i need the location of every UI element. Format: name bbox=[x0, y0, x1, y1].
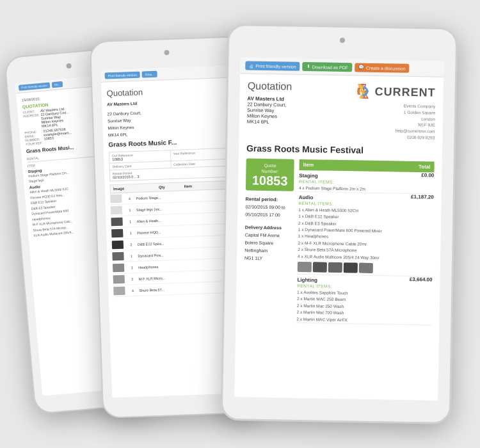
tablet-mid-item-2: Stage legs (inc... bbox=[136, 204, 234, 211]
rental-info: Rental period: 02/10/2015 09:00 to 05/10… bbox=[245, 195, 294, 220]
content-grid: Quote Number: 10853 Rental period: 02/10… bbox=[243, 158, 434, 326]
tablet-mid-items: 4 Podium Stage... 1 Stage legs (inc... 1… bbox=[110, 189, 237, 298]
tablet-mid-item-5: D&B E12 Spea... bbox=[138, 239, 235, 246]
delivery-city: Nottingham bbox=[244, 246, 292, 255]
tablet-mid-item-4: Pioneer HQD... bbox=[137, 227, 234, 234]
tablet-front-camera bbox=[340, 38, 345, 43]
delivery-postcode: NG1 1LY bbox=[244, 254, 292, 262]
tablet-back-yourref-label: YOUR REF: bbox=[26, 141, 44, 146]
tablet-back-print-btn[interactable]: Print friendly version bbox=[19, 83, 50, 91]
audio-images bbox=[298, 262, 381, 273]
tablet-front-screen: 🖨 Print friendly version ⬇ Download as P… bbox=[234, 58, 444, 400]
tablet-front: 🖨 Print friendly version ⬇ Download as P… bbox=[221, 24, 458, 424]
print-btn[interactable]: 🖨 Print friendly version bbox=[245, 61, 300, 70]
tablet-mid-item-1: Podium Stage... bbox=[136, 193, 233, 200]
tablet-mid-collection-label: Collection Date bbox=[173, 161, 229, 166]
delivery-info: Delivery Address Capital FM Arena Bolero… bbox=[244, 224, 293, 263]
tablet-mid-item-3: Allen & Heath... bbox=[137, 216, 234, 223]
company-phone: 0208 829 8293 bbox=[353, 133, 435, 141]
discussion-icon: 💬 bbox=[358, 65, 364, 70]
tablet-mid-doc: Quotation AV Masters Ltd 22 Danbury Cour… bbox=[101, 78, 242, 304]
staging-total: £0.00 bbox=[421, 172, 434, 178]
item-header: Item bbox=[303, 162, 314, 168]
audio-img-3 bbox=[328, 262, 342, 273]
total-header: Total bbox=[419, 164, 431, 170]
logo-text: CURRENT bbox=[374, 84, 435, 99]
lighting-total: £3,664.00 bbox=[410, 276, 433, 283]
download-label: Download as PDF bbox=[312, 65, 349, 70]
tablet-mid-yourref-label: Your Reference bbox=[173, 150, 228, 156]
lighting-items: 1 x Avolites Sapphire Touch 2 x Martin M… bbox=[296, 289, 348, 323]
staging-section: Staging RENTAL ITEMS: 4 x Podium Stage P… bbox=[299, 170, 435, 194]
tablet-mid-item-img-4 bbox=[111, 229, 123, 238]
doc-left-header: Quotation AV Masters Ltd 22 Danbury Cour… bbox=[246, 80, 292, 138]
lighting-section: Lighting RENTAL ITEMS: 1 x Avolites Sapp… bbox=[296, 275, 432, 326]
staging-row: Staging RENTAL ITEMS: 4 x Podium Stage P… bbox=[299, 170, 435, 193]
tablet-mid-qty-col: Qty bbox=[159, 185, 184, 189]
tablet-mid-camera bbox=[164, 50, 169, 55]
items-table: Item Total Staging RENTAL ITEMS: 4 x Pod… bbox=[296, 159, 434, 325]
lighting-title: Lighting bbox=[297, 275, 348, 284]
current-logo-icon bbox=[354, 82, 372, 100]
audio-img-4 bbox=[344, 262, 358, 273]
tablet-mid-item-img-1 bbox=[110, 195, 122, 204]
discussion-label: Create a discussion bbox=[366, 65, 406, 70]
festival-title: Grass Roots Music Festival bbox=[246, 143, 435, 156]
tablet-back-download-btn[interactable]: Do... bbox=[51, 81, 63, 88]
logo-area: CURRENT Events Company 1 Golden Square L… bbox=[353, 82, 436, 141]
tablet-back-address: 22 Danbury Cou... Sunrise Way Milton Key… bbox=[40, 110, 70, 128]
rental-period-label: Rental period: bbox=[246, 195, 294, 204]
client-postcode: MK14 6PL bbox=[247, 118, 292, 125]
download-icon: ⬇ bbox=[307, 64, 310, 69]
audio-items: 1 x Allen & Heath ML5000 52CH 1 x D&B E1… bbox=[298, 207, 382, 261]
tablet-mid-item-img-8 bbox=[113, 275, 125, 284]
tablet-mid-item-9: Shure Beta 5T... bbox=[139, 285, 236, 292]
tablet-back-camera bbox=[66, 63, 72, 69]
tablet-front-doc: Quotation AV Masters Ltd 22 Danbury Cour… bbox=[236, 74, 444, 332]
tablet-mid-item-7: Headphones bbox=[138, 262, 236, 269]
tablet-mid-item-img-9 bbox=[113, 287, 125, 296]
audio-rental-label: RENTAL ITEMS: bbox=[299, 201, 383, 207]
company-info: Events Company 1 Golden Square London W1… bbox=[353, 102, 435, 141]
tablet-mid-item-col: Item bbox=[184, 183, 230, 188]
tablet-mid-print-btn[interactable]: Print friendly version bbox=[105, 72, 141, 79]
discussion-btn[interactable]: 💬 Create a discussion bbox=[355, 63, 410, 72]
staging-items: 4 x Podium Stage Platform 2m x 2m bbox=[299, 184, 365, 192]
logo-box: CURRENT bbox=[354, 82, 435, 101]
audio-left: Audio RENTAL ITEMS: 1 x Allen & Heath ML… bbox=[298, 192, 383, 275]
tablet-mid-item-img-5 bbox=[112, 241, 124, 250]
tablet-mid-image-col: Image bbox=[113, 186, 159, 191]
doc-header: Quotation AV Masters Ltd 22 Danbury Cour… bbox=[246, 80, 436, 141]
tablet-mid-title: Quotation bbox=[106, 84, 229, 99]
tablet-mid-item-img-6 bbox=[112, 252, 124, 261]
tablet-mid-festival: Grass Roots Music F... bbox=[108, 137, 231, 148]
left-column: Quote Number: 10853 Rental period: 02/10… bbox=[243, 158, 294, 323]
scene: Print friendly version Do... 15/09/2015 … bbox=[0, 0, 480, 448]
print-label: Print friendly version bbox=[255, 63, 296, 68]
lighting-rental-label: RENTAL ITEMS: bbox=[297, 284, 348, 289]
quote-label: Quote Number: bbox=[251, 162, 289, 174]
delivery-label: Delivery Address bbox=[245, 225, 282, 230]
tablet-mid-item-img-7 bbox=[113, 264, 124, 273]
audio-total: £1,187.20 bbox=[411, 194, 434, 200]
lighting-left: Lighting RENTAL ITEMS: 1 x Avolites Sapp… bbox=[296, 275, 348, 323]
audio-section: Audio RENTAL ITEMS: 1 x Allen & Heath ML… bbox=[298, 192, 434, 277]
quote-box: Quote Number: 10853 bbox=[246, 158, 294, 191]
audio-img-2 bbox=[313, 262, 327, 272]
tablet-back-address-label: ADDRESS: bbox=[23, 113, 40, 118]
download-btn[interactable]: ⬇ Download as PDF bbox=[303, 62, 353, 72]
lighting-row: Lighting RENTAL ITEMS: 1 x Avolites Sapp… bbox=[296, 275, 432, 325]
audio-img-1 bbox=[298, 262, 312, 272]
quote-number: 10853 bbox=[251, 173, 289, 187]
rental-end: 05/10/2015 17:00 bbox=[245, 211, 293, 220]
tablet-mid-item-img-2 bbox=[111, 206, 122, 215]
audio-img-5 bbox=[359, 263, 373, 273]
print-icon: 🖨 bbox=[249, 63, 253, 68]
tablet-mid-download-btn[interactable]: Dow... bbox=[142, 71, 157, 78]
staging-rental-label: RENTAL ITEMS: bbox=[299, 179, 365, 184]
quotation-title: Quotation bbox=[248, 80, 292, 92]
tablet-back-item-label: Item bbox=[28, 163, 35, 168]
tablet-mid-item-img-3 bbox=[111, 218, 122, 227]
audio-row: Audio RENTAL ITEMS: 1 x Allen & Heath ML… bbox=[298, 192, 434, 276]
tablet-mid-delivery-label: Delivery Date bbox=[113, 163, 168, 168]
